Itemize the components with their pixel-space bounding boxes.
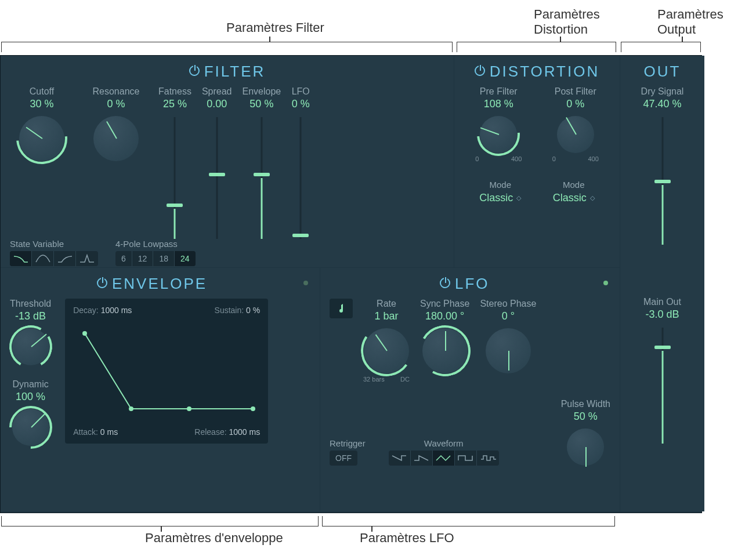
postfilter-max: 400 — [588, 155, 598, 162]
stereophase-value: 0 ° — [502, 310, 515, 322]
sync-note-button[interactable] — [330, 299, 353, 318]
adsr-curve-icon — [73, 322, 259, 420]
fatness-value: 25 % — [163, 98, 187, 110]
attack-value: 0 ms — [100, 427, 118, 437]
plugin-panel: FILTER Cutoff 30 % Resonance 0 % F — [0, 55, 702, 513]
pole-6-button[interactable]: 6 — [115, 251, 132, 266]
power-icon[interactable] — [189, 66, 200, 76]
threshold-value: -13 dB — [15, 310, 46, 322]
state-var-label: State Variable — [10, 239, 98, 249]
power-icon[interactable] — [475, 66, 485, 76]
mode-pre-value: Classic — [479, 192, 513, 204]
filter-type-buttons — [10, 251, 98, 266]
resonance-knob[interactable] — [93, 116, 139, 161]
bracket-envelope — [1, 516, 319, 526]
prefilter-value: 108 % — [484, 98, 513, 110]
section-lfo: LFO Rate 1 bar 32 barsDC Sync Phase 180.… — [320, 268, 620, 511]
syncphase-knob[interactable] — [422, 328, 468, 373]
svg-point-0 — [82, 331, 87, 336]
threshold-label: Threshold — [10, 299, 51, 309]
wave-random-icon[interactable] — [477, 451, 499, 466]
annotation-output: Paramètres Output — [657, 7, 724, 37]
rate-max: DC — [400, 376, 410, 383]
filter-lowpass-icon[interactable] — [10, 251, 32, 266]
sustain-label: Sustain: — [215, 306, 244, 315]
distortion-title: DISTORTION — [464, 63, 610, 81]
decay-value: 1000 ms — [101, 306, 132, 315]
fatness-slider[interactable] — [165, 117, 184, 239]
lfo-amt-label: LFO — [292, 86, 310, 97]
resonance-value: 0 % — [107, 98, 125, 110]
stereophase-knob[interactable] — [486, 328, 531, 373]
lfo-amt-value: 0 % — [292, 98, 310, 110]
filter-peak-icon[interactable] — [76, 251, 98, 266]
out-title-text: OUT — [644, 63, 681, 80]
dry-label: Dry Signal — [641, 86, 684, 97]
dry-slider[interactable] — [653, 117, 672, 245]
dynamic-value: 100 % — [16, 391, 45, 403]
postfilter-knob[interactable] — [557, 116, 594, 153]
envelope-title-text: ENVELOPE — [112, 275, 207, 292]
main-out-label: Main Out — [643, 297, 681, 307]
postfilter-value: 0 % — [566, 98, 584, 110]
pole-24-button[interactable]: 24 — [175, 251, 196, 266]
lfo-amt-slider[interactable] — [291, 117, 310, 239]
stereophase-label: Stereo Phase — [480, 299, 536, 309]
lfo-title-text: LFO — [455, 275, 490, 292]
dynamic-knob[interactable] — [12, 409, 49, 446]
pole-12-button[interactable]: 12 — [132, 251, 154, 266]
section-envelope: ENVELOPE Threshold -13 dB Dynamic 100 % — [1, 268, 320, 511]
env-amt-label: Envelope — [243, 86, 281, 97]
mode-pre-dropdown[interactable]: Classic◇ — [479, 192, 521, 204]
bracket-lfo — [322, 516, 615, 526]
prefilter-knob[interactable] — [480, 116, 517, 153]
wave-sawup-icon[interactable] — [411, 451, 433, 466]
spread-label: Spread — [202, 86, 232, 97]
envelope-graph[interactable]: Decay: 1000 ms Sustain: 0 % Attack: 0 ms… — [65, 299, 268, 444]
filter-title-text: FILTER — [204, 63, 266, 80]
power-icon[interactable] — [440, 278, 450, 288]
mode-post-value: Classic — [553, 192, 587, 204]
section-distortion: DISTORTION Pre Filter 108 % 0400 Post Fi… — [454, 56, 620, 267]
env-amt-value: 50 % — [249, 98, 273, 110]
envelope-title: ENVELOPE — [10, 275, 310, 293]
pole-18-button[interactable]: 18 — [153, 251, 175, 266]
filter-bandpass-icon[interactable] — [32, 251, 54, 266]
waveform-label: Waveform — [389, 438, 499, 448]
pole-buttons: 6121824 — [115, 251, 196, 266]
retrigger-label: Retrigger — [330, 438, 366, 448]
spread-slider[interactable] — [208, 117, 226, 239]
pulsewidth-knob[interactable] — [567, 428, 604, 466]
wave-sawdown-icon[interactable] — [389, 451, 411, 466]
annotation-filter: Paramètres Filter — [226, 20, 324, 35]
cutoff-knob[interactable] — [19, 116, 64, 161]
rate-knob[interactable] — [364, 328, 409, 373]
prefilter-label: Pre Filter — [480, 86, 518, 97]
main-out-slider[interactable] — [653, 328, 672, 444]
mode-pre-label: Mode — [479, 180, 521, 190]
wave-square-icon[interactable] — [455, 451, 477, 466]
env-amt-slider[interactable] — [252, 117, 271, 239]
wave-triangle-icon[interactable] — [433, 451, 455, 466]
bracket-distortion — [457, 42, 616, 52]
svg-point-3 — [251, 406, 255, 411]
attack-label: Attack: — [73, 427, 98, 437]
annotation-lfo: Paramètres LFO — [360, 531, 454, 546]
bracket-filter — [1, 42, 453, 52]
waveform-buttons — [389, 451, 499, 466]
rate-min: 32 bars — [363, 376, 385, 383]
dry-value: 47.40 % — [643, 98, 681, 110]
filter-highpass-icon[interactable] — [54, 251, 76, 266]
spread-value: 0.00 — [207, 98, 227, 110]
cutoff-label: Cutoff — [30, 86, 54, 97]
mode-post-dropdown[interactable]: Classic◇ — [553, 192, 595, 204]
postfilter-min: 0 — [552, 155, 556, 162]
decay-label: Decay: — [73, 306, 99, 315]
retrigger-button[interactable]: OFF — [330, 451, 357, 466]
svg-point-2 — [187, 406, 191, 411]
threshold-knob[interactable] — [12, 328, 49, 365]
power-icon[interactable] — [97, 278, 107, 288]
sustain-value: 0 % — [246, 306, 260, 315]
release-value: 1000 ms — [229, 427, 260, 437]
out-title: OUT — [630, 63, 695, 81]
